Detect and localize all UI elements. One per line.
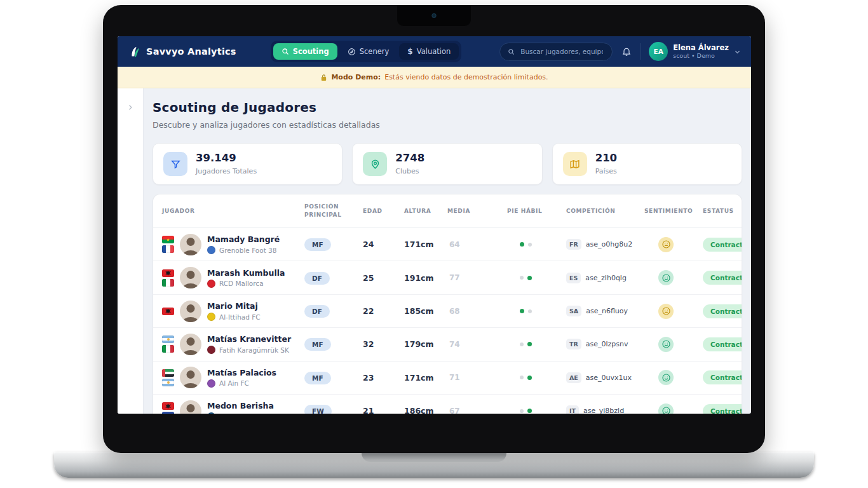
rating-value: 71 (440, 373, 499, 382)
demo-banner-message: Estás viendo datos de demostración limit… (384, 73, 548, 81)
age-value: 23 (355, 373, 397, 383)
column-header: Edad (355, 199, 397, 224)
global-search[interactable] (499, 43, 613, 61)
search-icon (508, 48, 515, 55)
player-photo (180, 267, 201, 288)
collapsed-sidebar (118, 88, 143, 414)
status-badge: Contracted (703, 404, 742, 414)
app-screen: Savvyo Analytics Scouting Scenery (118, 36, 751, 414)
table-body: Mamady Bangré Grenoble Foot 38 MF 24 171… (153, 228, 742, 414)
table-row[interactable]: Mamady Bangré Grenoble Foot 38 MF 24 171… (153, 228, 742, 261)
table-row[interactable]: Medon Berisha US Lecce FW 21 186cm 67 IT… (153, 395, 742, 414)
age-value: 22 (355, 306, 397, 316)
flag-ar-icon (162, 379, 174, 386)
competition-id: ase_0lzpsnv (586, 340, 628, 348)
sentiment-icon (658, 304, 674, 319)
column-header: Estatus (695, 199, 742, 224)
top-navbar: Savvyo Analytics Scouting Scenery (118, 36, 751, 67)
nationality-flags (162, 269, 174, 287)
brand-logo-icon (128, 45, 141, 58)
laptop-bezel: Savvyo Analytics Scouting Scenery (103, 5, 765, 453)
tab-label: Valuation (417, 47, 451, 56)
stat-value: 210 (595, 152, 617, 164)
table-row[interactable]: Matías Palacios Al Ain FC MF 23 171cm 71… (153, 362, 742, 395)
user-role: scout • Demo (673, 52, 729, 60)
status-badge: Contracted (703, 271, 742, 285)
user-avatar: EA (649, 42, 668, 61)
laptop-lid-notch (362, 452, 506, 462)
filter-icon (163, 152, 187, 176)
sidebar-expand-button[interactable] (125, 102, 135, 112)
left-foot-dot (520, 376, 524, 379)
right-foot-dot (528, 243, 532, 247)
sentiment-icon (658, 337, 674, 352)
chevron-down-icon (734, 48, 741, 55)
league-badge: TR (566, 339, 581, 349)
stat-cards: 39.149 Jugadores Totales 2748 Clubes (153, 143, 742, 185)
competition-id: ase_yi8bzld (583, 407, 624, 414)
preferred-foot-dots (499, 376, 559, 380)
sentiment-icon (658, 270, 674, 285)
tab-label: Scenery (360, 47, 390, 56)
rating-value: 74 (440, 340, 499, 349)
flag-it-icon (162, 279, 174, 287)
brand[interactable]: Savvyo Analytics (128, 45, 236, 58)
user-menu[interactable]: EA Elena Álvarez scout • Demo (649, 42, 741, 61)
player-name: Marash Kumbulla (207, 268, 285, 278)
table-row[interactable]: Marash Kumbulla RCD Mallorca DF 25 191cm… (153, 261, 742, 294)
column-header: Pie Hábil (499, 199, 559, 224)
flag-fr-icon (162, 245, 174, 253)
compass-icon (348, 48, 356, 56)
league-badge: SA (566, 306, 581, 316)
preferred-foot-dots (499, 342, 559, 346)
club-name: Al Ain FC (219, 379, 249, 387)
tab-valuation[interactable]: $ Valuation (399, 43, 459, 60)
tab-scenery[interactable]: Scenery (339, 43, 398, 60)
user-name: Elena Álvarez (673, 43, 729, 52)
right-foot-dot (527, 409, 532, 413)
table-row[interactable]: Matías Kranevitter Fatih Karagümrük SK M… (153, 328, 742, 361)
league-badge: AE (566, 372, 581, 383)
position-badge: MF (304, 338, 331, 351)
page-subtitle: Descubre y analiza jugadores con estadís… (153, 120, 742, 130)
left-foot-dot (520, 409, 524, 413)
demo-banner: Modo Demo: Estás viendo datos de demostr… (118, 67, 751, 88)
stat-label: Jugadores Totales (196, 167, 257, 175)
left-foot-dot (520, 309, 524, 313)
right-foot-dot (528, 309, 532, 313)
rating-value: 68 (440, 307, 499, 316)
search-input[interactable] (519, 47, 604, 56)
competition-id: ase_zlh0qlg (585, 274, 627, 282)
nationality-flags (162, 236, 174, 253)
position-badge: MF (304, 372, 331, 384)
content-area: Scouting de Jugadores Descubre y analiza… (118, 88, 751, 414)
player-photo (180, 367, 201, 388)
sentiment-icon (658, 370, 674, 385)
flag-al-icon (162, 269, 174, 277)
club-logo-icon (207, 412, 215, 414)
main-nav: Scouting Scenery $ Valuation (271, 41, 462, 62)
position-badge: DF (304, 305, 330, 318)
laptop-base (54, 452, 814, 478)
competition-id: ase_o0hg8u2 (586, 240, 632, 248)
column-header: Posición Principal (297, 194, 355, 227)
brand-name: Savvyo Analytics (146, 46, 236, 57)
left-foot-dot (520, 242, 524, 247)
rating-value: 77 (440, 273, 499, 282)
tab-scouting[interactable]: Scouting (273, 43, 337, 60)
table-row[interactable]: Mario Mitaj Al-Ittihad FC DF 22 185cm 68… (153, 295, 742, 328)
camera-notch (397, 5, 471, 26)
club-logo-icon (207, 346, 215, 354)
notifications-button[interactable] (620, 45, 633, 58)
club-name: Grenoble Foot 38 (219, 247, 276, 254)
bell-icon (621, 46, 632, 57)
preferred-foot-dots (499, 409, 559, 413)
club-logo-icon (207, 313, 215, 321)
nationality-flags (162, 402, 174, 414)
map-pin-icon (363, 152, 387, 176)
left-foot-dot (520, 276, 524, 280)
column-header: Jugador (153, 199, 297, 224)
position-badge: MF (304, 238, 331, 251)
club-logo-icon (207, 379, 215, 388)
left-foot-dot (520, 342, 524, 346)
